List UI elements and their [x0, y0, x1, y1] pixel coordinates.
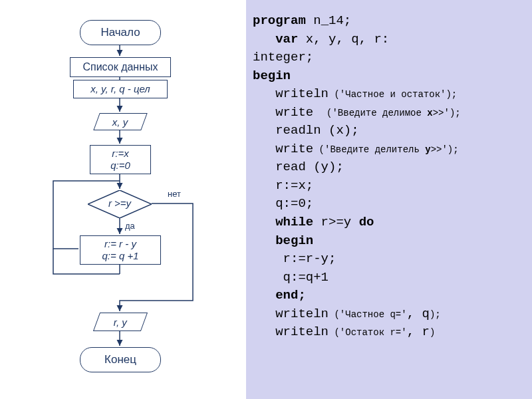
kw-while: while	[253, 215, 313, 229]
flow-end: Конец	[80, 347, 161, 372]
code-panel: program n_14; var x, y, q, r: integer; b…	[246, 0, 532, 399]
code-line-6: write ('Введите делимое x>>');	[253, 104, 525, 122]
code-line-17: writeln ('Частное q=', q);	[253, 305, 525, 324]
flowchart-panel: Начало Список данных x, y, r, q - цел x,…	[20, 13, 239, 392]
flow-body-q: q:= q +1	[102, 250, 138, 262]
code-l8c: y	[425, 144, 430, 155]
flow-input-label: x, y	[112, 116, 128, 128]
code-l18d: )	[430, 327, 435, 338]
flow-body: r:= r - y q:= q +1	[80, 235, 161, 265]
flow-start: Начало	[80, 20, 161, 45]
flow-yes-label: да	[125, 221, 135, 231]
code-line-11: q:=0;	[253, 195, 525, 213]
code-line-7: readln (x);	[253, 122, 525, 140]
flow-datalist-label: Список данных	[82, 61, 158, 73]
flow-cond: r >=y	[88, 190, 152, 218]
code-l6b: ('Введите делимое	[321, 108, 428, 118]
code-l5a: writeln	[253, 86, 329, 101]
code-l17b: ('Частное q='	[329, 309, 407, 320]
code-l12b: r>=y	[313, 215, 358, 229]
code-line-3: integer;	[253, 49, 525, 67]
flow-init-r: r:=x	[112, 148, 128, 160]
code-line-16: end;	[253, 287, 525, 305]
code-line-5: writeln ('Частное и остаток');	[253, 85, 525, 104]
kw-var: var	[253, 32, 298, 47]
flow-output: r, y	[93, 313, 148, 331]
code-line-2: var x, y, q, r:	[253, 31, 525, 49]
code-l6d: >>');	[433, 108, 461, 118]
flow-init-q: q:=0	[110, 160, 130, 172]
flow-start-label: Начало	[100, 26, 140, 39]
kw-program: program	[253, 13, 306, 28]
code-line-10: r:=x;	[253, 177, 525, 196]
flow-end-label: Конец	[104, 353, 136, 366]
flow-input: x, y	[93, 113, 147, 130]
flow-vars-label: x, y, r, q - цел	[90, 83, 150, 95]
code-l17d: );	[430, 309, 441, 320]
code-line-18: writeln ('Остаток r=', r)	[253, 323, 525, 342]
code-l5b: ('Частное и остаток');	[329, 89, 457, 100]
flow-init: r:=x q:=0	[90, 145, 151, 174]
kw-do: do	[359, 215, 374, 229]
code-line-13: begin	[253, 232, 525, 251]
code-l17c: , q	[407, 307, 430, 321]
code-l8b: ('Введите делитель	[313, 144, 425, 155]
code-line-15: q:=q+1	[253, 269, 525, 287]
code-l1b: n_14;	[306, 13, 351, 28]
code-l6a: write	[253, 105, 321, 120]
flow-datalist: Список данных	[70, 57, 171, 77]
code-l18a: writeln	[253, 325, 329, 339]
code-l6c: x	[427, 108, 432, 118]
code-l18c: , r	[407, 325, 430, 339]
code-line-1: program n_14;	[253, 12, 525, 31]
code-l8d: >>');	[431, 144, 459, 155]
flow-body-r: r:= r - y	[104, 238, 136, 250]
code-l8a: write	[253, 142, 313, 156]
code-line-4: begin	[253, 67, 525, 86]
flow-vars: x, y, r, q - цел	[73, 80, 168, 98]
flow-no-label: нет	[168, 189, 181, 199]
code-line-12: while r>=y do	[253, 213, 525, 232]
code-l17a: writeln	[253, 307, 329, 321]
code-line-8: write ('Введите делитель y>>');	[253, 140, 525, 159]
code-l18b: ('Остаток r='	[329, 327, 407, 338]
code-line-9: read (y);	[253, 158, 525, 177]
code-l2b: x, y, q, r:	[298, 32, 389, 47]
flow-cond-label: r >=y	[88, 198, 152, 209]
flow-output-label: r, y	[114, 317, 127, 328]
code-line-14: r:=r-y;	[253, 250, 525, 269]
